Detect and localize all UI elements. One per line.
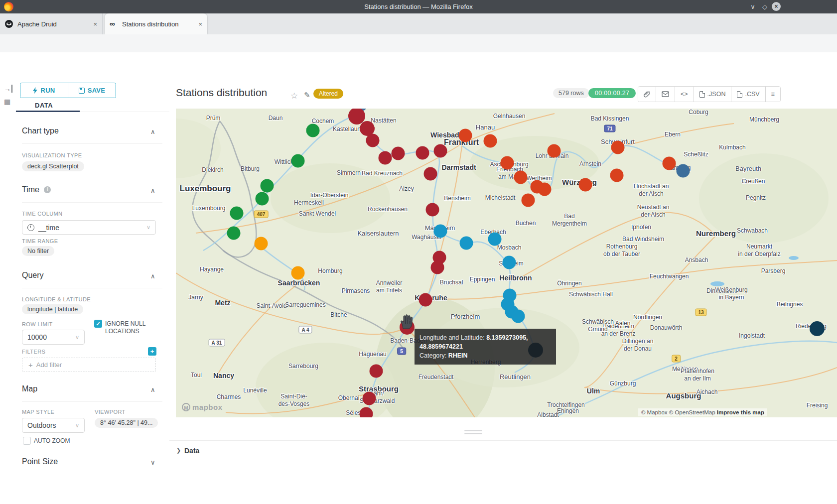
map-city-label: Reutlingen — [500, 373, 531, 381]
map-data-point[interactable] — [306, 124, 320, 137]
tab-data[interactable]: DATA — [35, 102, 53, 109]
viz-type-value[interactable]: deck.gl Scatterplot — [22, 161, 84, 171]
add-filter-box[interactable]: + Add filter — [22, 358, 156, 372]
map-data-point[interactable] — [431, 261, 444, 274]
map-data-point[interactable] — [459, 129, 472, 142]
map-data-point[interactable] — [256, 192, 269, 206]
section-point-size[interactable]: Point Size — [22, 457, 58, 466]
lonlat-value[interactable]: longitude | latitude — [22, 304, 83, 314]
email-button[interactable] — [656, 87, 675, 102]
file-icon — [699, 91, 705, 98]
auto-zoom-checkbox[interactable] — [23, 437, 31, 445]
map-city-label: Obernai — [338, 394, 360, 402]
map-city-label: Annweiler am Trifels — [376, 279, 403, 294]
druid-favicon — [5, 20, 13, 28]
map-city-label: Metz — [215, 299, 230, 308]
chevron-right-icon[interactable]: ❯ — [176, 447, 181, 454]
deckgl-map[interactable]: PrümDaunCochemKastellaunNastättenWiesbad… — [176, 109, 837, 417]
map-data-point[interactable] — [360, 407, 373, 418]
plus-icon: + — [28, 361, 33, 369]
run-button[interactable]: RUN — [20, 83, 68, 98]
map-city-label: Sarreguemines — [285, 301, 325, 309]
map-data-point[interactable] — [291, 154, 305, 168]
section-query[interactable]: Query — [22, 271, 44, 280]
improve-map-link[interactable]: Improve this map — [717, 409, 764, 415]
embed-code-button[interactable]: <> — [675, 87, 694, 102]
chevron-down-icon[interactable]: ∨ — [150, 459, 155, 466]
more-options-button[interactable]: ≡ — [765, 87, 780, 102]
map-data-point[interactable] — [512, 310, 525, 323]
map-data-point[interactable] — [230, 207, 244, 220]
expand-panel-icon[interactable]: →​ — [4, 85, 12, 93]
window-close-icon[interactable]: × — [772, 2, 781, 11]
map-data-point[interactable] — [611, 141, 625, 154]
ignore-null-checkbox[interactable]: ✓ — [94, 320, 102, 328]
map-data-point[interactable] — [261, 179, 274, 193]
data-results-panel[interactable]: ❯ Data — [169, 440, 837, 461]
map-data-point[interactable] — [484, 134, 497, 148]
section-chart-type[interactable]: Chart type — [22, 126, 59, 135]
export-csv-button[interactable]: .CSV — [731, 87, 765, 102]
mapbox-logo[interactable]: Mmapbox — [182, 403, 223, 411]
map-data-point[interactable] — [227, 227, 241, 240]
save-button[interactable]: SAVE — [68, 83, 116, 98]
map-city-label: Schwäbisch Hall — [569, 291, 613, 298]
tab-close-icon[interactable]: × — [93, 20, 97, 28]
time-range-value[interactable]: No filter — [22, 246, 54, 256]
map-data-point[interactable] — [426, 203, 439, 217]
edit-title-icon[interactable]: ✎ — [304, 91, 310, 100]
run-save-group: RUN SAVE — [20, 83, 116, 98]
map-data-point[interactable] — [522, 194, 535, 207]
map-data-point[interactable] — [538, 183, 552, 196]
map-city-label: Pirmasens — [342, 287, 370, 295]
map-data-point[interactable] — [434, 225, 447, 238]
map-data-point[interactable] — [392, 147, 405, 160]
viewport-value[interactable]: 8° 46' 45.28" | 49... — [95, 418, 158, 428]
export-json-button[interactable]: .JSON — [694, 87, 731, 102]
map-data-point[interactable] — [514, 171, 528, 184]
map-data-point[interactable] — [677, 164, 690, 178]
copy-link-button[interactable] — [638, 87, 656, 102]
map-data-point[interactable] — [291, 266, 305, 280]
map-data-point[interactable] — [419, 293, 432, 307]
dataset-grid-icon[interactable]: ▦ — [4, 98, 10, 106]
chevron-up-icon[interactable]: ∧ — [150, 187, 155, 194]
panel-resize-handle[interactable] — [464, 430, 482, 436]
map-data-point[interactable] — [488, 233, 502, 246]
map-city-label: Nancy — [213, 372, 234, 380]
time-column-select[interactable]: __time ∨ — [22, 220, 156, 235]
map-data-point[interactable] — [610, 169, 624, 182]
map-data-point[interactable] — [501, 156, 514, 170]
add-filter-plus-button[interactable]: + — [148, 347, 156, 356]
map-city-label: Bensheim — [444, 195, 470, 202]
row-limit-select[interactable]: 10000 ∨ — [22, 330, 85, 345]
map-city-label: Freising — [807, 402, 828, 409]
map-data-point[interactable] — [255, 237, 268, 251]
chevron-up-icon[interactable]: ∧ — [150, 386, 155, 393]
tab-stations-distribution[interactable]: ∞ Stations distribution × — [105, 13, 207, 34]
map-data-point[interactable] — [548, 144, 561, 158]
chevron-up-icon[interactable]: ∧ — [150, 128, 155, 135]
favorite-star-icon[interactable]: ☆ — [290, 91, 298, 101]
window-menu-caret-icon[interactable]: ∨ — [747, 0, 758, 13]
map-data-point[interactable] — [810, 321, 825, 336]
tab-close-icon[interactable]: × — [198, 20, 202, 28]
map-data-point[interactable] — [503, 256, 516, 269]
map-data-point[interactable] — [434, 144, 447, 158]
map-data-point[interactable] — [379, 151, 392, 165]
chevron-up-icon[interactable]: ∧ — [150, 272, 155, 280]
map-data-point[interactable] — [579, 178, 592, 192]
map-data-point[interactable] — [460, 237, 473, 250]
map-data-point[interactable] — [370, 365, 383, 378]
map-data-point[interactable] — [416, 146, 429, 160]
window-restore-icon[interactable]: ◇ — [759, 0, 770, 13]
section-map[interactable]: Map — [22, 384, 37, 393]
map-data-point[interactable] — [424, 167, 437, 181]
tab-apache-druid[interactable]: Apache Druid × — [0, 13, 103, 34]
map-data-point[interactable] — [363, 392, 376, 405]
map-data-point[interactable] — [366, 134, 380, 147]
map-style-select[interactable]: Outdoors ∨ — [22, 418, 85, 433]
section-time[interactable]: Time i — [22, 185, 51, 194]
map-data-point[interactable] — [663, 157, 676, 170]
road-shield: 13 — [695, 309, 706, 316]
